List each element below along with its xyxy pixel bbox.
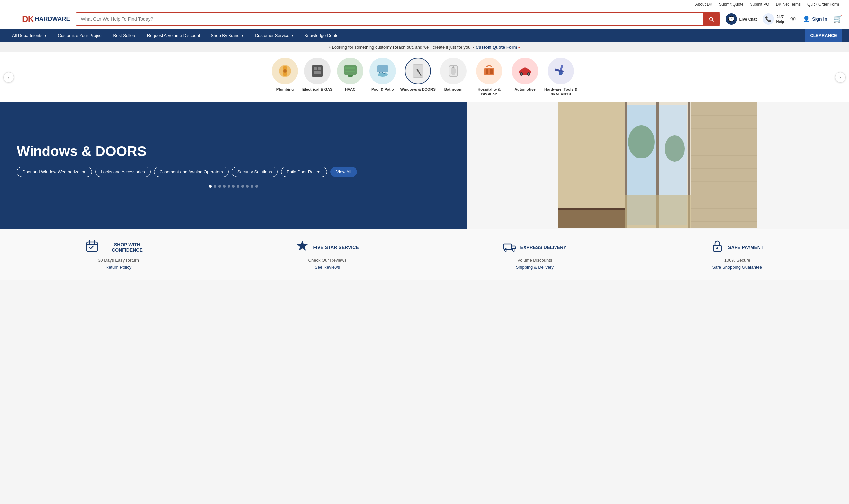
carousel-prev-button[interactable]: ‹ xyxy=(3,72,14,83)
delivery-label: EXPRESS DELIVERY xyxy=(520,245,567,250)
category-plumbing[interactable]: Plumbing xyxy=(270,58,300,92)
dk-net-terms-link[interactable]: DK Net Terms xyxy=(776,2,800,7)
category-bathroom[interactable]: Bathroom xyxy=(438,58,468,92)
payment-desc: 100% Secure xyxy=(724,258,750,263)
recently-viewed-button[interactable]: 👁 xyxy=(790,15,797,23)
svg-rect-4 xyxy=(314,67,317,70)
svg-rect-64 xyxy=(559,208,625,210)
trust-service-row: FIVE STAR SERVICE xyxy=(296,239,359,256)
hero-dot-8[interactable] xyxy=(241,185,244,188)
shipping-link[interactable]: Shipping & Delivery xyxy=(516,265,554,270)
hero-dot-7[interactable] xyxy=(237,185,239,188)
tag-casement[interactable]: Casement and Awning Operators xyxy=(154,167,229,177)
safe-shopping-link[interactable]: Safe Shopping Guarantee xyxy=(712,265,762,270)
hero-dot-2[interactable] xyxy=(214,185,216,188)
calendar-icon xyxy=(85,239,98,256)
carousel-next-button[interactable]: › xyxy=(835,72,846,83)
nav-shop-by-brand[interactable]: Shop By Brand ▼ xyxy=(205,29,249,42)
tag-view-all[interactable]: View All xyxy=(330,167,357,177)
tag-locks[interactable]: Locks and Accessories xyxy=(95,167,150,177)
hero-dot-9[interactable] xyxy=(246,185,249,188)
pool-label: Pool & Patio xyxy=(372,87,394,92)
delivery-desc: Volume Discounts xyxy=(517,258,552,263)
svg-rect-30 xyxy=(555,68,564,73)
svg-point-12 xyxy=(378,73,388,77)
svg-rect-9 xyxy=(345,71,355,72)
search-input[interactable] xyxy=(76,13,703,25)
eye-icon: 👁 xyxy=(790,15,797,22)
category-hospitality[interactable]: Hospitality & DISPLAY xyxy=(471,58,507,97)
logo-link[interactable]: DK HARDWARE xyxy=(22,14,70,24)
service-desc: Check Our Reviews xyxy=(308,258,347,263)
category-electrical[interactable]: Electrical & GAS xyxy=(303,58,332,92)
svg-rect-53 xyxy=(691,102,757,228)
cart-button[interactable]: 🛒 xyxy=(833,15,842,23)
svg-rect-23 xyxy=(490,69,493,74)
tag-security[interactable]: Security Solutions xyxy=(232,167,277,177)
category-pool[interactable]: Pool & Patio xyxy=(368,58,398,92)
trust-confidence: SHOP WITH CONFIDENCE 30 Days Easy Return… xyxy=(85,239,151,270)
star-icon xyxy=(296,239,309,256)
search-button[interactable] xyxy=(703,13,720,25)
nav-volume-discount[interactable]: Request A Volume Discount xyxy=(142,29,205,42)
custom-quote-link[interactable]: Custom Quote Form xyxy=(475,45,517,50)
tag-weatherization[interactable]: Door and Window Weatherization xyxy=(17,167,92,177)
submit-quote-link[interactable]: Submit Quote xyxy=(719,2,743,7)
nav-customer-service[interactable]: Customer Service ▼ xyxy=(250,29,299,42)
hero-tags: Door and Window Weatherization Locks and… xyxy=(17,167,450,177)
plumbing-label: Plumbing xyxy=(276,87,293,92)
tag-patio-rollers[interactable]: Patio Door Rollers xyxy=(281,167,327,177)
svg-rect-70 xyxy=(504,244,512,249)
quick-order-link[interactable]: Quick Order Form xyxy=(807,2,839,7)
svg-point-28 xyxy=(528,73,529,75)
svg-point-20 xyxy=(452,66,454,68)
hero-dot-11[interactable] xyxy=(255,185,258,188)
svg-rect-5 xyxy=(318,67,321,70)
hardware-icon xyxy=(547,58,574,84)
trust-section: SHOP WITH CONFIDENCE 30 Days Easy Return… xyxy=(0,229,849,280)
category-windows[interactable]: Windows & DOORS xyxy=(400,58,436,92)
svg-point-27 xyxy=(521,73,522,75)
submit-po-link[interactable]: Submit PO xyxy=(750,2,769,7)
category-hardware[interactable]: Hardware, Tools & SEALANTS xyxy=(543,58,579,97)
signin-button[interactable]: 👤 Sign In xyxy=(802,15,828,22)
hero-dot-5[interactable] xyxy=(228,185,230,188)
nav-all-departments[interactable]: All Departments ▼ xyxy=(7,29,52,42)
search-bar xyxy=(76,12,721,25)
announcement-banner: • Looking for something custom? Reach ou… xyxy=(0,42,849,52)
live-chat-button[interactable]: 💬 Live Chat xyxy=(726,13,757,24)
nav-customize[interactable]: Customize Your Project xyxy=(52,29,108,42)
category-automotive[interactable]: Automotive xyxy=(510,58,540,92)
announcement-text: • Looking for something custom? Reach ou… xyxy=(329,45,475,50)
hero-dot-4[interactable] xyxy=(223,185,225,188)
return-policy-link[interactable]: Return Policy xyxy=(106,265,131,270)
search-icon xyxy=(708,16,715,22)
hamburger-button[interactable] xyxy=(7,15,17,22)
nav-clearance[interactable]: CLEARANCE xyxy=(805,29,842,42)
reviews-link[interactable]: See Reviews xyxy=(315,265,340,270)
about-dk-link[interactable]: About DK xyxy=(696,2,712,7)
hero-dot-1[interactable] xyxy=(209,185,212,188)
bathroom-label: Bathroom xyxy=(445,87,462,92)
windows-label: Windows & DOORS xyxy=(400,87,436,92)
utility-bar: About DK Submit Quote Submit PO DK Net T… xyxy=(0,0,849,9)
hero-dot-10[interactable] xyxy=(251,185,253,188)
chevron-down-icon: ▼ xyxy=(290,34,294,37)
electrical-icon xyxy=(304,58,331,84)
svg-point-31 xyxy=(559,71,563,75)
header-actions: 💬 Live Chat 📞 24/7Help 👁 👤 Sign In 🛒 xyxy=(726,13,842,24)
automotive-icon xyxy=(512,58,538,84)
announcement-dot: • xyxy=(518,45,520,50)
help-button[interactable]: 📞 24/7Help xyxy=(763,13,784,24)
category-hvac[interactable]: HVAC xyxy=(335,58,365,92)
svg-marker-69 xyxy=(297,241,308,251)
hero-dot-3[interactable] xyxy=(218,185,221,188)
hero-dot-6[interactable] xyxy=(232,185,235,188)
hero-title: Windows & DOORS xyxy=(17,144,450,159)
nav-knowledge-center[interactable]: Knowledge Center xyxy=(299,29,345,42)
confidence-label: SHOP WITH CONFIDENCE xyxy=(103,242,151,253)
logo-dk: DK xyxy=(22,14,34,24)
svg-point-40 xyxy=(665,135,685,162)
plumbing-icon xyxy=(272,58,298,84)
nav-best-sellers[interactable]: Best Sellers xyxy=(108,29,142,42)
